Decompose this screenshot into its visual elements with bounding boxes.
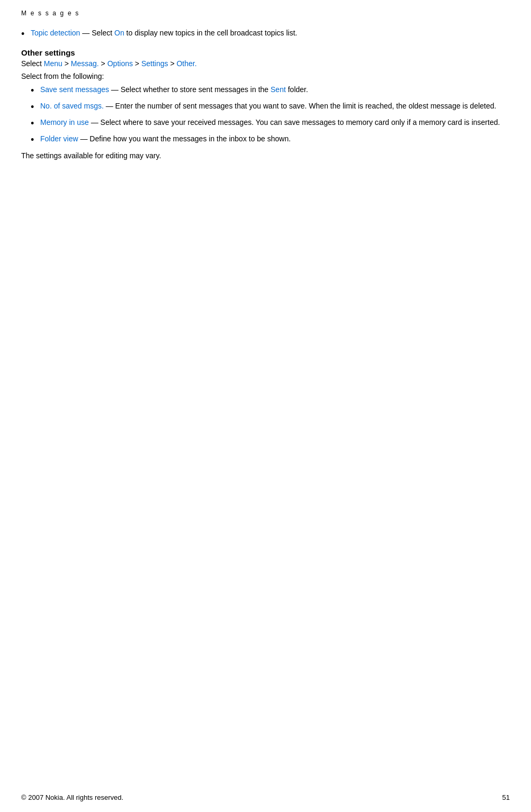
sep1: > <box>62 59 71 68</box>
menu-link[interactable]: Menu <box>44 59 62 68</box>
folder-view-link[interactable]: Folder view <box>40 134 78 143</box>
copyright-text: © 2007 Nokia. All rights reserved. <box>21 793 123 801</box>
on-link[interactable]: On <box>114 29 124 37</box>
save-sent-messages-text: Save sent messages — Select whether to s… <box>40 84 308 95</box>
footer-note-text: The settings available for editing may v… <box>21 151 161 160</box>
sep2: > <box>99 59 107 68</box>
no-of-saved-msgs-item: • No. of saved msgs. — Enter the number … <box>31 101 510 114</box>
bullet-dot-topic: • <box>21 28 31 41</box>
settings-link[interactable]: Settings <box>141 59 168 68</box>
sep4: > <box>168 59 177 68</box>
nav-line: Select Menu > Messag. > Options > Settin… <box>21 58 510 69</box>
page-footer: © 2007 Nokia. All rights reserved. 51 <box>21 793 510 801</box>
no-of-saved-msgs-text: No. of saved msgs. — Enter the number of… <box>40 101 496 111</box>
messag-link[interactable]: Messag. <box>71 59 99 68</box>
bullet-dot-save: • <box>31 84 40 97</box>
folder-view-text: Folder view — Define how you want the me… <box>40 133 291 144</box>
sep3: > <box>133 59 141 68</box>
memory-in-use-item: • Memory in use — Select where to save y… <box>31 117 510 130</box>
select-from-line: Select from the following: <box>21 71 510 82</box>
topic-detection-item: • Topic detection — Select On to display… <box>21 28 510 41</box>
bullet-dot-folder: • <box>31 133 40 147</box>
footer-note-line: The settings available for editing may v… <box>21 150 510 161</box>
nav-select-text: Select <box>21 59 44 68</box>
options-link[interactable]: Options <box>107 59 133 68</box>
memory-in-use-link[interactable]: Memory in use <box>40 118 89 127</box>
bullet-dot-no: • <box>31 101 40 114</box>
sent-link[interactable]: Sent <box>271 85 286 94</box>
no-of-saved-msgs-link[interactable]: No. of saved msgs. <box>40 102 104 110</box>
select-from-text: Select from the following: <box>21 72 104 80</box>
page-header: M e s s a g e s <box>0 0 531 22</box>
bullet-dot-memory: • <box>31 117 40 130</box>
page-number: 51 <box>502 793 510 801</box>
other-settings-heading: Other settings <box>21 48 510 57</box>
topic-detection-link[interactable]: Topic detection <box>31 29 80 37</box>
topic-detection-text2: to display new topics in the cell broadc… <box>124 29 298 37</box>
other-link[interactable]: Other. <box>176 59 196 68</box>
save-sent-messages-link[interactable]: Save sent messages <box>40 85 109 94</box>
page-content: • Topic detection — Select On to display… <box>0 22 531 195</box>
topic-detection-text: Topic detection — Select On to display n… <box>31 28 298 38</box>
topic-detection-text1: — Select <box>80 29 114 37</box>
page-title: M e s s a g e s <box>21 10 79 17</box>
memory-in-use-text: Memory in use — Select where to save you… <box>40 117 500 128</box>
save-sent-messages-item: • Save sent messages — Select whether to… <box>31 84 510 97</box>
other-settings-heading-text: Other settings <box>21 48 75 57</box>
folder-view-item: • Folder view — Define how you want the … <box>31 133 510 147</box>
